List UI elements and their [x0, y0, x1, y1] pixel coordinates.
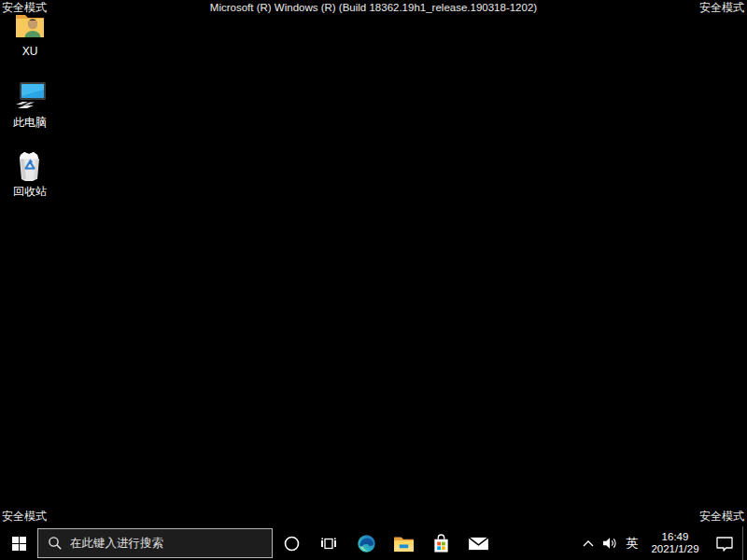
user-folder-icon — [12, 7, 48, 43]
microsoft-store-icon — [432, 534, 450, 553]
clock-time: 16:49 — [662, 531, 689, 543]
edge-button[interactable] — [347, 526, 385, 560]
search-icon — [48, 536, 63, 551]
desktop-icon-recycle-bin[interactable]: 回收站 — [2, 147, 58, 198]
desktop-icon-label: 回收站 — [13, 185, 47, 198]
desktop-icon-this-pc[interactable]: 此电脑 — [2, 78, 58, 129]
speaker-icon — [602, 537, 618, 550]
task-view-button[interactable] — [310, 526, 347, 560]
taskbar-clock[interactable]: 16:49 2021/1/29 — [643, 526, 707, 560]
taskbar: 英 16:49 2021/1/29 — [0, 526, 747, 560]
file-explorer-button[interactable] — [385, 526, 422, 560]
store-button[interactable] — [422, 526, 459, 560]
start-button[interactable] — [0, 526, 37, 560]
desktop-icon-user-folder[interactable]: XU — [2, 7, 58, 58]
action-center-button[interactable] — [707, 526, 742, 560]
desktop-icon-label: 此电脑 — [13, 116, 47, 129]
mail-icon — [468, 536, 489, 552]
microsoft-edge-icon — [357, 534, 376, 553]
safe-mode-label-bottom-right: 安全模式 — [699, 510, 744, 523]
task-view-icon — [320, 535, 337, 552]
this-pc-icon — [12, 78, 48, 114]
search-input[interactable] — [70, 537, 272, 550]
windows-logo-icon — [12, 537, 26, 551]
clock-date: 2021/1/29 — [651, 543, 698, 555]
taskbar-search-box[interactable] — [37, 528, 273, 558]
cortana-circle-icon — [284, 536, 300, 552]
windows-build-banner: Microsoft (R) Windows (R) (Build 18362.1… — [0, 1, 747, 14]
hidden-icons-button[interactable] — [578, 526, 599, 560]
file-explorer-icon — [393, 535, 415, 553]
cortana-button[interactable] — [273, 526, 310, 560]
desktop-icon-label: XU — [22, 45, 38, 58]
safe-mode-label-bottom-left: 安全模式 — [2, 510, 47, 523]
desktop: 安全模式 安全模式 安全模式 安全模式 Microsoft (R) Window… — [0, 0, 747, 560]
volume-button[interactable] — [599, 526, 621, 560]
ime-indicator[interactable]: 英 — [621, 526, 643, 560]
chevron-up-icon — [583, 539, 594, 547]
recycle-bin-icon — [12, 147, 48, 183]
show-desktop-button[interactable] — [742, 526, 747, 560]
action-center-icon — [715, 536, 734, 552]
system-tray: 英 16:49 2021/1/29 — [578, 526, 747, 560]
mail-button[interactable] — [459, 526, 497, 560]
